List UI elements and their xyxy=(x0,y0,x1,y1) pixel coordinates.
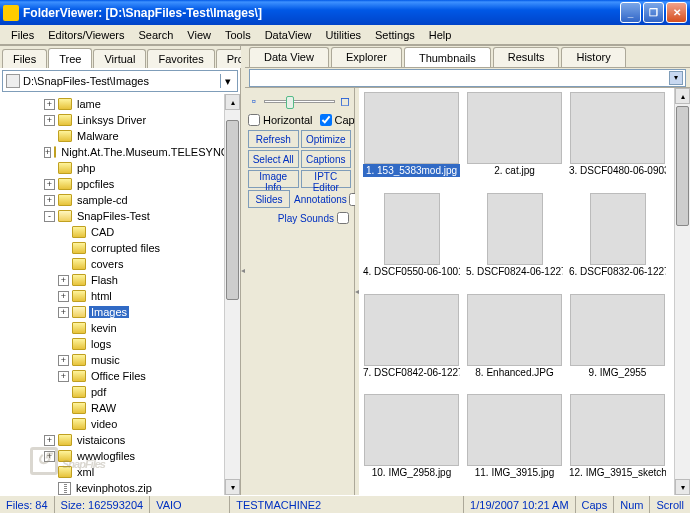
minimize-button[interactable]: _ xyxy=(620,2,641,23)
thumbnail-item[interactable]: 10. IMG_2958.jpg xyxy=(363,394,460,491)
tab-virtual[interactable]: Virtual xyxy=(93,49,146,68)
tree-item[interactable]: -SnapFiles-Test xyxy=(2,208,222,224)
expand-icon[interactable]: + xyxy=(58,275,69,286)
folder-icon xyxy=(72,242,86,254)
menu-dataview[interactable]: DataView xyxy=(258,27,319,43)
menu-help[interactable]: Help xyxy=(422,27,459,43)
tree-item[interactable]: +sample-cd xyxy=(2,192,222,208)
thumbnail-item[interactable]: 7. DSCF0842-06-1227.JPG xyxy=(363,294,460,391)
thumbnail-item[interactable]: 6. DSCF0832-06-1227.JPG xyxy=(569,193,666,290)
tree-item[interactable]: RAW xyxy=(2,400,222,416)
tree-item[interactable]: logs xyxy=(2,336,222,352)
thumbnail-item[interactable]: 4. DSCF0550-06-1001.JPG xyxy=(363,193,460,290)
tree-item[interactable]: +Office Files xyxy=(2,368,222,384)
status-datetime: 1/19/2007 10:21 AM xyxy=(464,496,575,513)
select-all-button[interactable]: Select All xyxy=(248,150,299,168)
path-bar[interactable]: D:\SnapFiles-Test\Images ▾ xyxy=(2,70,238,92)
expand-icon[interactable]: + xyxy=(44,435,55,446)
expand-icon[interactable]: + xyxy=(44,99,55,110)
tab-history[interactable]: History xyxy=(561,47,625,67)
thumbnail-item[interactable]: 1. 153_5383mod.jpg xyxy=(363,92,460,189)
menu-search[interactable]: Search xyxy=(131,27,180,43)
tree-item[interactable]: video xyxy=(2,416,222,432)
tree-item[interactable]: +Images xyxy=(2,304,222,320)
scrollbar-thumb[interactable] xyxy=(226,120,239,300)
zip-icon xyxy=(58,482,71,495)
menu-editorsviewers[interactable]: Editors/Viewers xyxy=(41,27,131,43)
expand-icon[interactable]: + xyxy=(44,451,55,462)
splitter[interactable]: ◂ xyxy=(241,46,245,495)
grid-scrollbar[interactable]: ▴ ▾ xyxy=(674,88,690,495)
iptc-editor-button[interactable]: IPTC Editor xyxy=(301,170,352,188)
tree-item[interactable]: corrupted files xyxy=(2,240,222,256)
tree-item[interactable]: kevin xyxy=(2,320,222,336)
expand-icon[interactable]: + xyxy=(58,291,69,302)
tree-item[interactable]: kevinphotos.zip xyxy=(2,480,222,495)
tree-item[interactable]: Malware xyxy=(2,128,222,144)
tree-item[interactable]: +ppcfiles xyxy=(2,176,222,192)
thumbnail-item[interactable]: 11. IMG_3915.jpg xyxy=(466,394,563,491)
tree-item[interactable]: CAD xyxy=(2,224,222,240)
close-button[interactable]: ✕ xyxy=(666,2,687,23)
thumbnail-item[interactable]: 8. Enhanced.JPG xyxy=(466,294,563,391)
thumbnail-item[interactable]: 9. IMG_2955 xyxy=(569,294,666,391)
tab-files[interactable]: Files xyxy=(2,49,47,68)
slides-button[interactable]: Slides xyxy=(248,190,290,208)
maximize-button[interactable]: ❐ xyxy=(643,2,664,23)
expand-icon[interactable]: + xyxy=(58,371,69,382)
optimize-button[interactable]: Optimize xyxy=(301,130,352,148)
thumbnail-item[interactable]: 12. IMG_3915_sketch.JPG xyxy=(569,394,666,491)
tree-item[interactable]: +html xyxy=(2,288,222,304)
menu-settings[interactable]: Settings xyxy=(368,27,422,43)
horizontal-checkbox[interactable] xyxy=(248,114,260,126)
scroll-up-button[interactable]: ▴ xyxy=(675,88,690,104)
filter-dropdown[interactable]: ▾ xyxy=(249,69,686,87)
tree-item[interactable]: +Night.At.The.Museum.TELESYNC.SVCD-C xyxy=(2,144,222,160)
tab-results[interactable]: Results xyxy=(493,47,560,67)
folder-tree[interactable]: +lame+Linksys DriverMalware+Night.At.The… xyxy=(0,94,224,495)
expand-icon[interactable]: + xyxy=(44,195,55,206)
thumbnail-item[interactable]: 2. cat.jpg xyxy=(466,92,563,189)
scroll-up-button[interactable]: ▴ xyxy=(225,94,240,110)
thumbnail-size-slider[interactable]: ▫ ◻ xyxy=(248,92,351,110)
scrollbar-thumb[interactable] xyxy=(676,106,689,226)
titlebar: FolderViewer: [D:\SnapFiles-Test\Images\… xyxy=(0,0,690,25)
expand-icon[interactable]: + xyxy=(58,355,69,366)
tree-item[interactable]: xml xyxy=(2,464,222,480)
tree-item[interactable]: +music xyxy=(2,352,222,368)
slider-thumb[interactable] xyxy=(286,96,294,109)
play-sounds-checkbox[interactable] xyxy=(337,212,349,224)
menu-view[interactable]: View xyxy=(180,27,218,43)
collapse-icon[interactable]: - xyxy=(44,211,55,222)
tab-data-view[interactable]: Data View xyxy=(249,47,329,67)
menu-tools[interactable]: Tools xyxy=(218,27,258,43)
menu-files[interactable]: Files xyxy=(4,27,41,43)
thumbnail-item[interactable]: 3. DSCF0480-06-0903.JPG xyxy=(569,92,666,189)
tree-scrollbar[interactable]: ▴ ▾ xyxy=(224,94,240,495)
thumbnail-item[interactable]: 5. DSCF0824-06-1227.JPG xyxy=(466,193,563,290)
tree-item[interactable]: +wwwlogfiles xyxy=(2,448,222,464)
tree-item[interactable]: covers xyxy=(2,256,222,272)
tree-item[interactable]: pdf xyxy=(2,384,222,400)
captions-button[interactable]: Captions xyxy=(301,150,352,168)
expand-icon[interactable]: + xyxy=(58,307,69,318)
tree-item[interactable]: +Flash xyxy=(2,272,222,288)
expand-icon[interactable]: + xyxy=(44,147,51,158)
tree-item[interactable]: php xyxy=(2,160,222,176)
captions-checkbox[interactable] xyxy=(320,114,332,126)
expand-icon[interactable]: + xyxy=(44,179,55,190)
tree-item[interactable]: +vistaicons xyxy=(2,432,222,448)
image-info-button[interactable]: Image Info xyxy=(248,170,299,188)
tab-thumbnails[interactable]: Thumbnails xyxy=(404,47,491,67)
tree-item[interactable]: +Linksys Driver xyxy=(2,112,222,128)
scroll-down-button[interactable]: ▾ xyxy=(225,479,240,495)
menu-utilities[interactable]: Utilities xyxy=(319,27,368,43)
tree-item[interactable]: +lame xyxy=(2,96,222,112)
tab-explorer[interactable]: Explorer xyxy=(331,47,402,67)
tab-tree[interactable]: Tree xyxy=(48,48,92,68)
path-dropdown-button[interactable]: ▾ xyxy=(220,74,234,88)
tab-favorites[interactable]: Favorites xyxy=(147,49,214,68)
expand-icon[interactable]: + xyxy=(44,115,55,126)
refresh-button[interactable]: Refresh xyxy=(248,130,299,148)
scroll-down-button[interactable]: ▾ xyxy=(675,479,690,495)
